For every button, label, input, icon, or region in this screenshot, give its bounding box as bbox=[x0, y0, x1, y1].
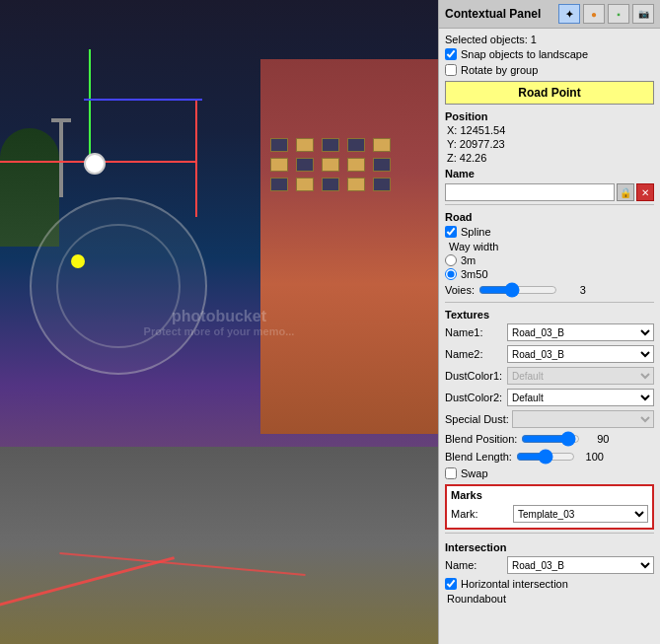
horizontal-label: Horizontal intersection bbox=[461, 578, 568, 590]
axis-green-line bbox=[89, 49, 91, 168]
snap-checkbox[interactable] bbox=[445, 48, 457, 60]
textures-section-label: Textures bbox=[445, 306, 654, 322]
intersection-label: Intersection bbox=[445, 538, 654, 554]
rotate-label: Rotate by group bbox=[461, 64, 538, 76]
radio-3m[interactable] bbox=[445, 254, 457, 266]
specialdust-select[interactable] bbox=[512, 410, 654, 428]
roundabout-label: Roundabout bbox=[445, 592, 654, 606]
buildings-right bbox=[260, 59, 438, 434]
object-dot bbox=[84, 153, 106, 175]
road-section-label: Road bbox=[445, 208, 654, 224]
blend-length-slider[interactable] bbox=[516, 450, 575, 464]
lock-button[interactable]: 🔒 bbox=[617, 183, 634, 201]
specialdust-label: Special Dust: bbox=[445, 413, 509, 425]
axis-y-line bbox=[195, 99, 197, 217]
name2-label: Name2: bbox=[445, 348, 504, 360]
camera-icon-btn[interactable]: 📷 bbox=[632, 4, 654, 24]
name2-row: Name2: Road_03_B bbox=[445, 343, 654, 365]
rotate-checkbox[interactable] bbox=[445, 64, 457, 76]
blend-position-value: 90 bbox=[584, 433, 609, 445]
delete-button[interactable]: ✕ bbox=[636, 183, 654, 201]
specialdust-row: Special Dust: bbox=[445, 408, 654, 430]
name1-select[interactable]: Road_03_B bbox=[507, 323, 654, 341]
panel-body: Selected objects: 1 Snap objects to land… bbox=[439, 29, 660, 611]
snap-checkbox-row: Snap objects to landscape bbox=[445, 46, 654, 62]
name1-label: Name1: bbox=[445, 326, 504, 338]
panel-title: Contextual Panel bbox=[445, 7, 541, 21]
rotate-checkbox-row: Rotate by group bbox=[445, 62, 654, 78]
mark-row: Mark: Template_03 Template_01 Template_0… bbox=[451, 503, 648, 525]
spline-checkbox-row: Spline bbox=[445, 224, 654, 240]
blend-length-value: 100 bbox=[579, 451, 604, 463]
panel-header: Contextual Panel ✦ ● ▪ 📷 bbox=[439, 0, 660, 29]
name-field-row: 🔒 ✕ bbox=[445, 183, 654, 201]
blend-length-row: Blend Length: 100 bbox=[445, 448, 654, 465]
radio-3m50[interactable] bbox=[445, 268, 457, 280]
dustcolor2-label: DustColor2: bbox=[445, 392, 504, 403]
blend-position-label: Blend Position: bbox=[445, 433, 517, 445]
radio-3m50-row: 3m50 bbox=[445, 267, 654, 281]
intersection-name-label: Name: bbox=[445, 559, 504, 571]
voies-slider-row: Voies: 3 bbox=[445, 281, 654, 299]
blend-length-label: Blend Length: bbox=[445, 451, 512, 463]
circle-overlay bbox=[30, 197, 207, 375]
voies-slider[interactable] bbox=[478, 283, 557, 297]
marks-section: Marks Mark: Template_03 Template_01 Temp… bbox=[445, 484, 654, 530]
coord-z: Z: 42.26 bbox=[445, 151, 654, 165]
axis-blue-line bbox=[84, 99, 202, 101]
dustcolor1-row: DustColor1: Default bbox=[445, 365, 654, 387]
divider-1 bbox=[445, 204, 654, 205]
street-lamp bbox=[59, 118, 63, 197]
divider-3 bbox=[445, 533, 654, 534]
radio-3m-label: 3m bbox=[461, 254, 476, 266]
orange-icon-btn[interactable]: ● bbox=[583, 4, 605, 24]
dustcolor1-label: DustColor1: bbox=[445, 370, 504, 382]
name-section-label: Name bbox=[445, 165, 654, 180]
voies-value: 3 bbox=[561, 284, 586, 296]
selected-objects-label: Selected objects: 1 bbox=[445, 33, 654, 46]
blend-position-row: Blend Position: 90 bbox=[445, 430, 654, 448]
coord-y: Y: 20977.23 bbox=[445, 137, 654, 151]
radio-3m-row: 3m bbox=[445, 253, 654, 267]
mark-select[interactable]: Template_03 Template_01 Template_02 None bbox=[513, 505, 648, 523]
horizontal-checkbox[interactable] bbox=[445, 578, 457, 590]
viewport: photobucket Protect more of your memo... bbox=[0, 0, 438, 644]
name-input[interactable] bbox=[445, 183, 615, 201]
snap-label: Snap objects to landscape bbox=[461, 48, 588, 60]
blend-position-slider[interactable] bbox=[521, 432, 580, 446]
horizontal-checkbox-row: Horizontal intersection bbox=[445, 576, 654, 592]
swap-checkbox[interactable] bbox=[445, 467, 457, 479]
spline-label: Spline bbox=[461, 226, 491, 238]
dustcolor2-select[interactable]: Default bbox=[507, 389, 654, 406]
swap-checkbox-row: Swap bbox=[445, 465, 654, 481]
road-surface bbox=[0, 447, 438, 644]
contextual-panel: Contextual Panel ✦ ● ▪ 📷 Selected object… bbox=[438, 0, 660, 644]
radio-3m50-label: 3m50 bbox=[461, 268, 488, 280]
divider-2 bbox=[445, 302, 654, 303]
swap-label: Swap bbox=[461, 467, 488, 479]
position-label: Position bbox=[445, 107, 654, 123]
green-icon-btn[interactable]: ▪ bbox=[608, 4, 629, 24]
coord-x: X: 12451.54 bbox=[445, 123, 654, 137]
panel-icon-group: ✦ ● ▪ 📷 bbox=[558, 4, 654, 24]
puzzle-icon-btn[interactable]: ✦ bbox=[558, 4, 580, 24]
dustcolor2-row: DustColor2: Default bbox=[445, 387, 654, 408]
marks-title: Marks bbox=[451, 489, 648, 503]
voies-label: Voies: bbox=[445, 284, 475, 296]
spline-checkbox[interactable] bbox=[445, 226, 457, 238]
building-windows bbox=[270, 138, 428, 335]
circle-inner bbox=[56, 224, 181, 348]
name1-row: Name1: Road_03_B bbox=[445, 322, 654, 343]
dustcolor1-select[interactable]: Default bbox=[507, 367, 654, 385]
intersection-name-row: Name: Road_03_B bbox=[445, 554, 654, 576]
road-point-button[interactable]: Road Point bbox=[445, 81, 654, 105]
way-width-label: Way width bbox=[445, 240, 654, 253]
mark-label: Mark: bbox=[451, 508, 510, 520]
intersection-name-select[interactable]: Road_03_B bbox=[507, 556, 654, 574]
intersection-section: Intersection Name: Road_03_B Horizontal … bbox=[445, 537, 654, 608]
name2-select[interactable]: Road_03_B bbox=[507, 345, 654, 363]
